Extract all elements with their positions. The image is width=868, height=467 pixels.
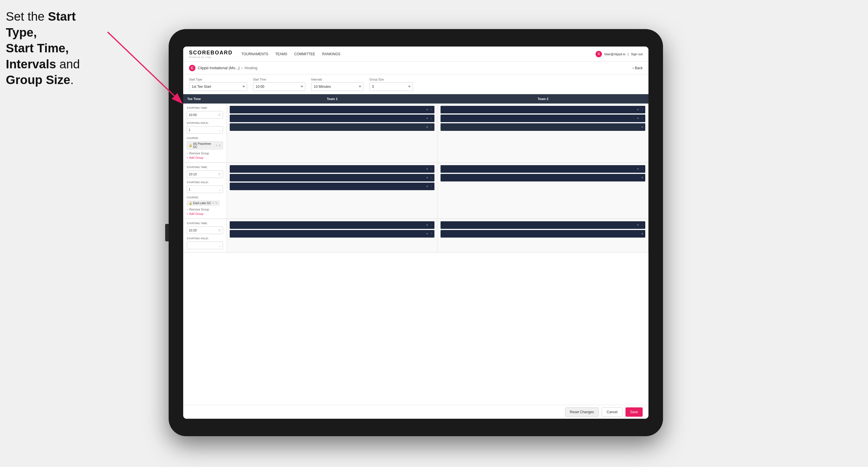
reset-changes-button[interactable]: Reset Changes [565,407,599,417]
nav-rankings[interactable]: RANKINGS [322,51,341,57]
logo: SCOREBOARD Powered by clipp [189,50,232,58]
course-tag-1[interactable]: ⛳ (A) Peachtree GC × ✎ [187,141,223,150]
sign-out-link[interactable]: Sign out [631,52,643,56]
drag-handle-icon[interactable]: ⋮ [430,108,433,111]
add-group-link-2[interactable]: + Add Group [187,212,223,215]
starting-hole-input-2[interactable]: 1 ⌄ [187,186,223,193]
group-3-left: STARTING TIME: 10:20 ⏱ STARTING HOLE: ⌄ [183,219,227,252]
remove-player-icon[interactable]: ✕ [637,167,639,170]
remove-player-icon[interactable]: ✕ [637,117,639,120]
group-size-select[interactable]: 3 [369,82,413,91]
course-label-2: COURSE: [187,196,223,199]
remove-player-icon[interactable]: ✕ [426,126,428,128]
app-screen: SCOREBOARD Powered by clipp TOURNAMENTS … [183,46,648,419]
drag-handle-icon[interactable]: ⋮ [641,117,644,120]
player-row-1-t1-3: ✕ ⋮ [230,123,434,131]
bold-start-time: Start Time, [6,41,69,55]
intervals-field: Intervals 10 Minutes [311,78,364,91]
player-row-1-t1-2: ✕ ⋮ [230,115,434,122]
nav-committee[interactable]: COMMITTEE [294,51,315,57]
starting-time-input-2[interactable]: 10:10 ⏱ [187,170,223,178]
intervals-select[interactable]: 10 Minutes [311,82,364,91]
starting-hole-value-2: 1 [189,188,190,191]
remove-player-icon[interactable]: ✕ [641,126,644,128]
save-button[interactable]: Save [625,407,643,417]
nav-teams[interactable]: TEAMS [275,51,287,57]
user-avatar: B [595,51,602,57]
drag-handle-icon[interactable]: ⋮ [430,185,433,188]
tablet-device: SCOREBOARD Powered by clipp TOURNAMENTS … [169,29,663,436]
tablet-side-button[interactable] [165,224,169,241]
starting-time-value-3: 10:20 [189,228,197,232]
remove-player-icon[interactable]: ✕ [426,185,428,188]
remove-player-icon[interactable]: ✕ [426,224,428,226]
col-team2: Team 2 [438,94,648,103]
nav-tournaments[interactable]: TOURNAMENTS [241,51,268,57]
starting-hole-input-1[interactable]: 1 ⌄ [187,126,223,134]
edit-course-2[interactable]: ✎ [215,201,218,205]
drag-handle-icon[interactable]: ⋮ [430,167,433,170]
drag-handle-icon[interactable]: ⋮ [641,108,644,111]
remove-player-icon[interactable]: ✕ [641,176,644,179]
drag-handle-icon[interactable]: ⋮ [430,232,433,235]
group-size-field: Group Size 3 [369,78,413,91]
group-3-main-row: STARTING TIME: 10:20 ⏱ STARTING HOLE: ⌄ [183,219,648,252]
drag-handle-icon[interactable]: ⋮ [430,176,433,179]
clock-icon-2: ⏱ [218,173,221,176]
clock-icon-3: ⏱ [218,229,221,232]
logo-sub: Powered by clipp [189,56,232,58]
remove-player-icon[interactable]: ✕ [426,167,428,170]
remove-course-1[interactable]: × [216,144,218,147]
remove-player-icon[interactable]: ✕ [637,108,639,111]
player-row-1-t2-2: ✕ ⋮ [440,115,645,122]
player-row-3-t2-2: ✕ [440,230,645,238]
course-tag-2[interactable]: ⛳ East Lake GC × ✎ [187,200,220,206]
schedule-group-2: STARTING TIME: 10:10 ⏱ STARTING HOLE: 1 … [183,163,648,219]
remove-group-link-1[interactable]: ○ Remove Group [187,152,223,155]
breadcrumb-tournament[interactable]: Clippd Invitational (Mo...) [198,66,240,70]
drag-handle-icon[interactable]: ⋮ [430,126,433,128]
drag-handle-icon[interactable]: ⋮ [430,117,433,120]
starting-hole-label-2: STARTING HOLE: [187,181,223,184]
edit-course-1[interactable]: ✎ [219,144,221,147]
cancel-button[interactable]: Cancel [602,407,622,417]
brand-logo: C [189,65,195,71]
circle-icon-1: ○ [187,152,188,155]
clock-icon-1: ⏱ [218,114,221,117]
schedule-group-3: STARTING TIME: 10:20 ⏱ STARTING HOLE: ⌄ [183,219,648,253]
drag-handle-icon[interactable]: ⋮ [641,167,644,170]
starting-hole-input-3[interactable]: ⌄ [187,242,223,249]
intervals-label: Intervals [311,78,364,81]
group-2-left: STARTING TIME: 10:10 ⏱ STARTING HOLE: 1 … [183,163,227,218]
group-2-main-row: STARTING TIME: 10:10 ⏱ STARTING HOLE: 1 … [183,163,648,218]
remove-course-2[interactable]: × [212,201,214,205]
start-type-field: Start Type 1st Tee Start [189,78,247,91]
remove-player-icon[interactable]: ✕ [641,232,644,235]
remove-player-icon[interactable]: ✕ [426,117,428,120]
remove-player-icon[interactable]: ✕ [426,232,428,235]
remove-player-icon[interactable]: ✕ [637,224,639,226]
col-tee-time: Tee Time [183,94,227,103]
player-row-1-t1-1: ✕ ⋮ [230,106,434,114]
start-type-select[interactable]: 1st Tee Start [189,82,247,91]
group-1-team2: ✕ ⋮ ✕ ⋮ ✕ [438,103,648,162]
start-time-select[interactable]: 10:00 [253,82,305,91]
player-row-2-t2-2: ✕ [440,174,645,182]
settings-bar: Start Type 1st Tee Start Start Time 10:0… [183,74,648,94]
remove-group-link-2[interactable]: ○ Remove Group [187,208,223,211]
remove-player-icon[interactable]: ✕ [426,108,428,111]
starting-time-input-3[interactable]: 10:20 ⏱ [187,226,223,234]
back-button[interactable]: ‹ Back [632,66,643,70]
remove-player-icon[interactable]: ✕ [426,176,428,179]
group-3-team2: ✕ ⋮ ✕ [438,219,648,252]
bold-start-type: Start Type, [6,9,75,39]
drag-handle-icon[interactable]: ⋮ [641,224,644,226]
group-3-team1: ✕ ⋮ ✕ ⋮ [227,219,438,252]
drag-handle-icon[interactable]: ⋮ [430,224,433,226]
starting-hole-label-1: STARTING HOLE: [187,122,223,124]
starting-time-input-1[interactable]: 10:00 ⏱ [187,111,223,119]
add-group-link-1[interactable]: + Add Group [187,156,223,159]
annotation-text: Set the Start Type, Start Time, Interval… [6,9,99,88]
plus-icon-2: + [187,212,188,215]
breadcrumb-bar: C Clippd Invitational (Mo...) › Hosting … [183,62,648,74]
